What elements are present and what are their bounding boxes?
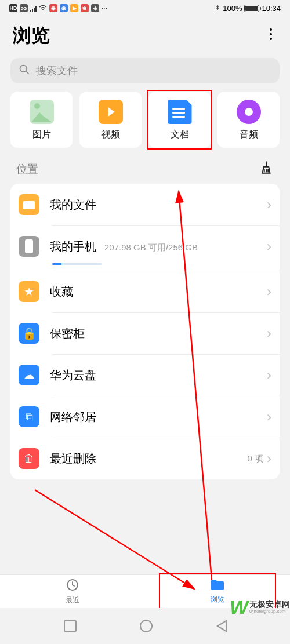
app-icon-3: ▶ [70,4,78,12]
lock-icon: 🔒 [19,323,39,344]
bluetooth-icon [215,3,220,13]
app-icon-5: ◈ [91,4,99,12]
document-icon [168,100,192,124]
watermark: W 无极安卓网 wjhotelgroup.com [230,596,290,618]
nav-back-button[interactable] [216,620,227,632]
location-title: 收藏 [50,284,73,300]
phone-icon [19,236,39,257]
status-left: HD 5G ◉ ◉ ▶ ❀ ◈ ··· [9,3,107,13]
tab-label: 浏览 [211,595,224,605]
location-favorites[interactable]: ★ 收藏 › [10,271,280,312]
storage-info: 207.98 GB 可用/256 GB [104,242,198,253]
category-label: 图片 [32,129,51,141]
folder-icon [19,194,39,215]
chevron-right-icon: › [267,450,271,467]
network-5g-icon: 5G [20,4,28,12]
chevron-right-icon: › [267,409,271,425]
location-network[interactable]: ⧉ 网络邻居 › [10,396,280,438]
location-my-phone[interactable]: 我的手机 207.98 GB 可用/256 GB › [10,225,280,271]
chevron-right-icon: › [267,367,271,383]
category-documents[interactable]: 文档 [148,92,211,148]
time-label: 10:34 [262,4,281,13]
header: 浏览 [0,16,290,53]
watermark-text-en: wjhotelgroup.com [249,609,290,614]
location-my-files[interactable]: 我的文件 › [10,184,280,225]
status-right: 100% 10:34 [215,3,281,13]
deleted-count: 0 项 [247,453,263,464]
category-label: 音频 [240,129,258,141]
locations-list: 我的文件 › 我的手机 207.98 GB 可用/256 GB › ★ 收藏 ›… [10,184,280,479]
watermark-logo-icon: W [230,596,248,618]
picture-icon [30,100,54,124]
category-label: 视频 [102,129,120,141]
svg-point-2 [270,38,272,40]
search-input[interactable]: 搜索文件 [10,58,280,83]
search-placeholder: 搜索文件 [36,64,78,78]
section-title: 位置 [16,162,38,177]
chevron-right-icon: › [267,283,271,300]
tab-label: 最近 [66,595,79,605]
chevron-right-icon: › [267,238,271,254]
wifi-icon [39,3,47,13]
svg-point-1 [270,33,272,35]
trash-icon: 🗑 [19,448,39,469]
category-row: 图片 视频 文档 音频 [0,92,290,156]
network-icon: ⧉ [19,406,39,427]
location-cloud[interactable]: ☁ 华为云盘 › [10,354,280,396]
nav-recent-button[interactable] [64,620,77,632]
category-audio[interactable]: 音频 [217,92,280,148]
category-label: 文档 [171,129,189,141]
watermark-text-cn: 无极安卓网 [249,600,290,609]
more-menu-button[interactable] [264,23,277,49]
svg-line-4 [26,71,29,74]
location-title: 华为云盘 [50,368,96,383]
more-dots-icon: ··· [102,4,107,12]
app-icon-4: ❀ [81,4,89,12]
location-title: 我的手机 [50,239,96,254]
hd-icon: HD [9,4,17,12]
signal-icon [30,5,37,12]
page-title: 浏览 [13,23,50,49]
location-title: 保密柜 [50,326,85,341]
storage-progress-bar [52,263,102,265]
category-pictures[interactable]: 图片 [10,92,72,148]
clean-button[interactable] [259,161,274,178]
location-title: 网络邻居 [50,409,96,425]
chevron-right-icon: › [267,325,271,341]
section-header: 位置 [0,156,290,184]
category-videos[interactable]: 视频 [79,92,142,148]
location-recently-deleted[interactable]: 🗑 最近删除 0 项 › [10,438,280,479]
app-icon-2: ◉ [60,4,68,12]
location-title: 最近删除 [50,451,96,467]
location-title: 我的文件 [50,197,96,213]
battery-percent: 100% [223,4,242,13]
search-icon [19,64,30,78]
video-icon [99,100,123,124]
status-bar: HD 5G ◉ ◉ ▶ ❀ ◈ ··· 100% 10:34 [0,0,290,16]
folder-icon [210,578,225,594]
nav-home-button[interactable] [140,620,153,632]
audio-icon [237,100,261,124]
star-icon: ★ [19,281,39,302]
app-icon-1: ◉ [49,4,57,12]
svg-point-0 [270,28,272,31]
tab-recent[interactable]: 最近 [0,575,145,608]
chevron-right-icon: › [267,197,271,213]
cloud-icon: ☁ [19,365,39,385]
clock-icon [66,578,79,594]
battery-icon [244,5,259,12]
location-safe[interactable]: 🔒 保密柜 › [10,312,280,354]
